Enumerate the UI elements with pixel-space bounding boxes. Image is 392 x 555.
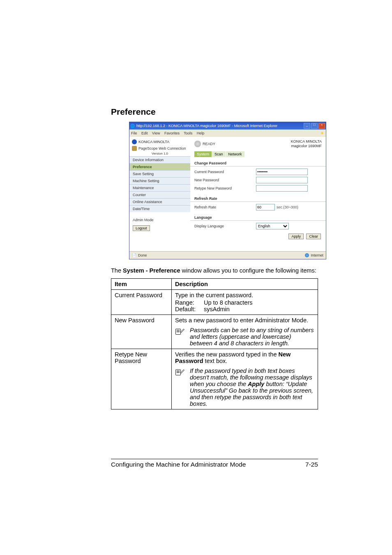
cell-item-new-password: New Password [111, 314, 172, 349]
col-header-description: Description [172, 278, 318, 289]
page-heading: Preference [111, 107, 318, 117]
desc-text: Type in the current password. [175, 292, 314, 298]
current-password-field[interactable] [256, 169, 308, 175]
refresh-rate-field[interactable] [256, 204, 275, 210]
note-text: If the password typed in both text boxes… [190, 368, 314, 407]
pagescope-logo-icon [132, 146, 137, 151]
cell-desc-new-password: Sets a new password to enter Administrat… [172, 314, 318, 349]
desc-text: Sets a new password to enter Administrat… [175, 317, 314, 324]
status-company: KONICA MINOLTA [291, 139, 322, 144]
table-row: Retype New Password Verifies the new pas… [111, 349, 318, 409]
sidebar-item-machine-setting[interactable]: Machine Setting [129, 177, 190, 184]
cell-item-current-password: Current Password [111, 289, 172, 314]
done-icon: 📄 [132, 253, 136, 257]
section-change-password: Change Password [190, 160, 326, 166]
internet-zone-icon [305, 253, 309, 257]
ie-status-bar: 📄 Done Internet [129, 251, 326, 259]
svg-rect-0 [176, 329, 181, 335]
brand-logo-icon [132, 139, 137, 144]
footer-left: Configuring the Machine for Administrato… [111, 461, 246, 468]
sidebar-item-maintenance[interactable]: Maintenance [129, 184, 190, 191]
ie-menubar: File Edit View Favorites Tools Help ✦ [129, 130, 326, 137]
sidebar-item-save-setting[interactable]: Save Setting [129, 170, 190, 177]
status-bar-internet: Internet [311, 253, 323, 257]
tab-system[interactable]: System [194, 151, 212, 157]
svg-rect-4 [176, 370, 181, 375]
intro-paragraph: The System - Preference window allows yo… [111, 267, 318, 275]
spec-value-range: Up to 8 characters [204, 299, 252, 306]
section-language: Language [190, 214, 326, 221]
spec-label-range: Range: [175, 299, 204, 306]
cell-desc-current-password: Type in the current password. Range:Up t… [172, 289, 318, 314]
intro-t3: window allows you to configure the follo… [180, 267, 316, 274]
minimize-icon[interactable]: _ [304, 123, 310, 129]
intro-t1: The [111, 267, 123, 274]
note-icon [175, 328, 185, 336]
menu-favorites[interactable]: Favorites [164, 131, 180, 135]
cell-item-retype-password: Retype New Password [111, 349, 172, 409]
apply-button[interactable]: Apply [288, 234, 304, 239]
version-label: Version 1.0 [129, 152, 190, 156]
refresh-rate-unit: sec.(30~300) [277, 205, 298, 209]
page-service-row: PageScope Web Connection [129, 145, 190, 152]
note-icon [175, 368, 185, 377]
clear-button[interactable]: Clear [306, 234, 321, 239]
main-panel: READY KONICA MINOLTA magicolor 1690MF Sy… [190, 137, 326, 251]
label-display-language: Display Language [194, 224, 256, 228]
menu-file[interactable]: File [131, 131, 137, 135]
label-retype-password: Retype New Password [194, 186, 256, 190]
footer-right: 7-25 [305, 461, 318, 468]
label-new-password: New Password [194, 178, 256, 182]
embedded-screenshot: 🌐 http://192.168.1.2 - KONICA MINOLTA ma… [129, 122, 326, 259]
note-text: Passwords can be set to any string of nu… [190, 327, 314, 347]
admin-mode-label: Admin Mode [129, 212, 190, 224]
tab-network[interactable]: Network [226, 151, 244, 157]
col-header-item: Item [111, 278, 172, 289]
menu-help[interactable]: Help [197, 131, 205, 135]
desc-text: Verifies the new password typed in the N… [175, 351, 314, 364]
retype-password-field[interactable] [256, 185, 308, 192]
sidebar-item-online-assistance[interactable]: Online Assistance [129, 198, 190, 205]
close-icon[interactable]: × [318, 123, 325, 129]
menu-view[interactable]: View [152, 131, 160, 135]
sidebar-item-counter[interactable]: Counter [129, 191, 190, 198]
page-service-text: PageScope Web Connection [138, 146, 186, 150]
cell-desc-retype-password: Verifies the new password typed in the N… [172, 349, 318, 409]
intro-t2: System - Preference [123, 267, 180, 274]
brand-row: KONICA MINOLTA [129, 137, 190, 145]
sidebar: KONICA MINOLTA PageScope Web Connection … [129, 137, 190, 251]
sidebar-item-date-time[interactable]: Date/Time [129, 205, 190, 212]
section-refresh-rate: Refresh Rate [190, 195, 326, 202]
config-table: Item Description Current Password Type i… [111, 278, 318, 409]
ie-logo-icon: 🌐 [130, 124, 135, 128]
page-footer: Configuring the Machine for Administrato… [111, 459, 318, 468]
label-refresh-rate: Refresh Rate [194, 205, 256, 209]
menu-tools[interactable]: Tools [184, 131, 192, 135]
ie-title-text: http://192.168.1.2 - KONICA MINOLTA magi… [136, 124, 277, 128]
sidebar-item-device-info[interactable]: Device Information [129, 156, 190, 163]
display-language-select[interactable]: English [256, 223, 289, 229]
table-row: Current Password Type in the current pas… [111, 289, 318, 314]
brand-text: KONICA MINOLTA [138, 140, 169, 144]
tab-scan[interactable]: Scan [212, 151, 226, 157]
status-bar-done: Done [138, 253, 147, 257]
menu-edit[interactable]: Edit [141, 131, 148, 135]
label-current-password: Current Password [194, 170, 256, 174]
logout-button[interactable]: Logout [133, 225, 150, 231]
spec-value-default: sysAdmin [204, 306, 230, 312]
table-row: New Password Sets a new password to ente… [111, 314, 318, 349]
maximize-icon[interactable]: □ [311, 123, 318, 129]
sidebar-item-preference[interactable]: Preference [129, 163, 190, 170]
status-model: magicolor 1690MF [291, 144, 322, 148]
ie-throbber-icon: ✦ [320, 130, 324, 136]
ie-titlebar: 🌐 http://192.168.1.2 - KONICA MINOLTA ma… [129, 122, 326, 130]
new-password-field[interactable] [256, 177, 308, 183]
spec-label-default: Default: [175, 306, 204, 312]
printer-status-icon [194, 141, 201, 147]
status-ready: READY [203, 142, 215, 146]
